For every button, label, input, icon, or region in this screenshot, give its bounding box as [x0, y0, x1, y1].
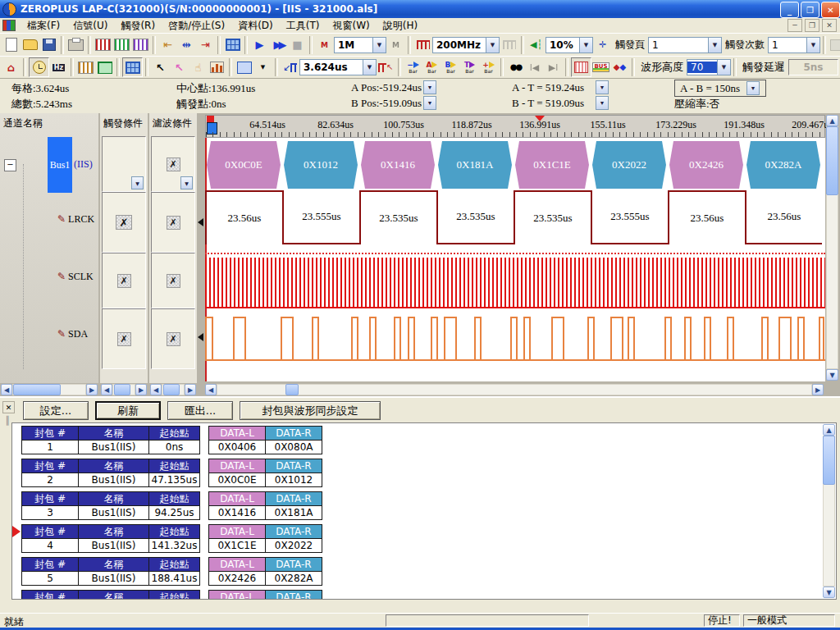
b-bar-icon[interactable]: BBar: [441, 58, 460, 76]
data-l-cell[interactable]: 0X1C1E: [208, 538, 266, 553]
packet-value-row[interactable]: 5Bus1(IIS)188.41us0X24260X282A: [22, 571, 322, 586]
menu-item-1[interactable]: 信號(U): [66, 18, 114, 34]
menu-item-6[interactable]: 視窗(W): [326, 18, 376, 34]
trigger-pos-start-icon[interactable]: ⇤: [158, 36, 177, 54]
channel-hscroll-right[interactable]: ▶: [86, 384, 98, 395]
navigator-icon[interactable]: [122, 57, 143, 77]
sample-rate-combo[interactable]: 200MHz▼: [432, 37, 500, 53]
noise-filter-icon[interactable]: [571, 57, 591, 77]
sclk-filter-cell[interactable]: ✗: [151, 253, 195, 308]
menu-item-5[interactable]: 工具(T): [280, 18, 326, 34]
packet-cell[interactable]: 4: [21, 538, 79, 553]
home-icon[interactable]: ⌂: [2, 58, 21, 76]
data-l-cell[interactable]: 0X0406: [208, 440, 266, 454]
data-l-cell[interactable]: 0X2426: [208, 571, 266, 586]
child-close-button[interactable]: ✕: [822, 19, 837, 32]
packet-cell[interactable]: 2: [21, 472, 79, 487]
packet-sync-button[interactable]: 封包與波形同步設定: [240, 401, 381, 420]
packet-vscroll-up[interactable]: ▲: [823, 424, 835, 436]
packet-panel-close-icon[interactable]: ✕: [2, 401, 15, 413]
filter-hscroll-right[interactable]: ▶: [185, 384, 196, 395]
bus-filter-cell[interactable]: ✗▼: [151, 136, 195, 192]
minimize-button[interactable]: _: [780, 2, 799, 18]
wave-hscroll-right[interactable]: ▶: [812, 384, 824, 395]
menu-item-3[interactable]: 啓動/停止(S): [162, 18, 231, 34]
trigger-count-combo[interactable]: 1▼: [768, 37, 820, 53]
packet-cell[interactable]: 188.41us: [148, 571, 200, 586]
close-button[interactable]: ✕: [821, 2, 840, 18]
menu-item-4[interactable]: 資料(D): [231, 18, 280, 34]
packet-cell[interactable]: 1: [21, 440, 79, 454]
wave-hscroll-left[interactable]: ◀: [205, 384, 217, 395]
wave-height-combo[interactable]: 70▼: [687, 59, 731, 75]
a-pos-dropdown[interactable]: ▼: [423, 80, 436, 94]
b-t-dropdown[interactable]: ▼: [596, 96, 609, 110]
packet-export-button[interactable]: 匯出...: [167, 401, 233, 420]
bus-trigger-cell[interactable]: ▼: [102, 136, 146, 192]
data-r-cell[interactable]: 0X080A: [265, 440, 322, 454]
restore-button[interactable]: ❐: [801, 2, 819, 18]
trigger-ratio-right-icon[interactable]: ✛: [593, 36, 612, 54]
data-r-cell[interactable]: 0X1012: [265, 472, 322, 487]
hand-tool-icon[interactable]: ☝: [189, 58, 208, 76]
packet-value-row[interactable]: 4Bus1(IIS)141.32us0X1C1E0X2022: [22, 538, 322, 553]
channel-hscroll-thumb[interactable]: [13, 384, 61, 395]
packet-value-row[interactable]: 1Bus1(IIS)0ns0X04060X080A: [22, 440, 322, 454]
lrck-trigger-cell[interactable]: ✗: [102, 192, 146, 253]
menu-item-2[interactable]: 觸發(R): [114, 18, 162, 34]
listing-mode-icon[interactable]: [95, 58, 114, 76]
child-minimize-button[interactable]: ─: [788, 19, 802, 32]
data-r-cell[interactable]: 0X181A: [265, 505, 322, 520]
packet-cell[interactable]: 3: [21, 505, 79, 520]
lrck-filter-cell[interactable]: ✗: [151, 192, 195, 253]
packet-cell[interactable]: 141.32us: [148, 538, 200, 553]
packet-cell[interactable]: 47.135us: [148, 472, 200, 487]
stop-icon[interactable]: ■: [288, 36, 307, 54]
memory-depth-icon[interactable]: M: [315, 36, 334, 54]
time-ruler[interactable]: 64.514us82.634us100.753us118.872us136.99…: [205, 115, 825, 138]
new-file-icon[interactable]: [2, 36, 21, 54]
multiselect-tool-icon[interactable]: ↖: [170, 58, 189, 76]
packet-settings-button[interactable]: 設定...: [23, 401, 89, 420]
panel-grip[interactable]: ║: [5, 416, 10, 425]
packet-cell[interactable]: Bus1(IIS): [78, 571, 149, 586]
frequency-display-icon[interactable]: Hz: [49, 58, 68, 76]
repeat-run-icon[interactable]: ▶▶: [269, 36, 288, 54]
a-bar-icon[interactable]: ABar: [422, 58, 441, 76]
save-file-icon[interactable]: [39, 36, 58, 54]
print-icon[interactable]: [66, 36, 85, 54]
goto-bar-icon[interactable]: −Bar: [404, 58, 422, 76]
b-pos-dropdown[interactable]: ▼: [423, 96, 436, 110]
sampling-setup-icon[interactable]: [94, 36, 112, 54]
child-restore-button[interactable]: ❐: [805, 19, 819, 32]
menu-item-0[interactable]: 檔案(F): [21, 18, 66, 34]
bus-channel-item[interactable]: Bus1: [48, 137, 72, 193]
open-file-icon[interactable]: [21, 36, 39, 54]
run-icon[interactable]: ▶: [250, 36, 269, 54]
channel-setup-icon[interactable]: [112, 36, 131, 54]
sda-filter-cell[interactable]: ✗: [151, 308, 195, 369]
wave-vscroll-down[interactable]: ▼: [826, 369, 838, 381]
packet-vscroll-down[interactable]: ▼: [823, 587, 835, 598]
trigger-hscroll-thumb[interactable]: [114, 384, 130, 395]
dropdown-arrow-icon[interactable]: ▼: [131, 176, 144, 189]
add-bar-icon[interactable]: +Bar: [479, 58, 498, 76]
a-b-dropdown[interactable]: ▼: [746, 81, 760, 95]
trigger-pos-center-icon[interactable]: ⇹: [177, 36, 196, 54]
data-l-cell[interactable]: 0X1416: [208, 505, 266, 520]
packet-cell[interactable]: Bus1(IIS): [78, 440, 149, 454]
dropdown-arrow-icon[interactable]: ▼: [180, 176, 193, 189]
sample-depth-combo[interactable]: 1M▼: [334, 37, 386, 53]
wave-hscroll-thumb[interactable]: [285, 384, 299, 395]
bus-analysis-icon[interactable]: [223, 36, 242, 54]
trigger-hscroll-left[interactable]: ◀: [101, 384, 112, 395]
tree-expander-icon[interactable]: −: [4, 159, 16, 171]
wave-vscroll-thumb[interactable]: [826, 126, 838, 195]
wave-vscroll-up[interactable]: ▲: [826, 115, 838, 126]
packet-refresh-button[interactable]: 刷新: [95, 401, 161, 420]
channel-hscroll-left[interactable]: ◀: [1, 384, 12, 395]
packet-value-row[interactable]: 3Bus1(IIS)94.25us0X14160X181A: [22, 505, 322, 520]
measure-tool-icon[interactable]: [208, 58, 226, 76]
wave-hscroll-track[interactable]: [217, 384, 812, 395]
packet-vscroll-thumb[interactable]: [823, 436, 835, 485]
